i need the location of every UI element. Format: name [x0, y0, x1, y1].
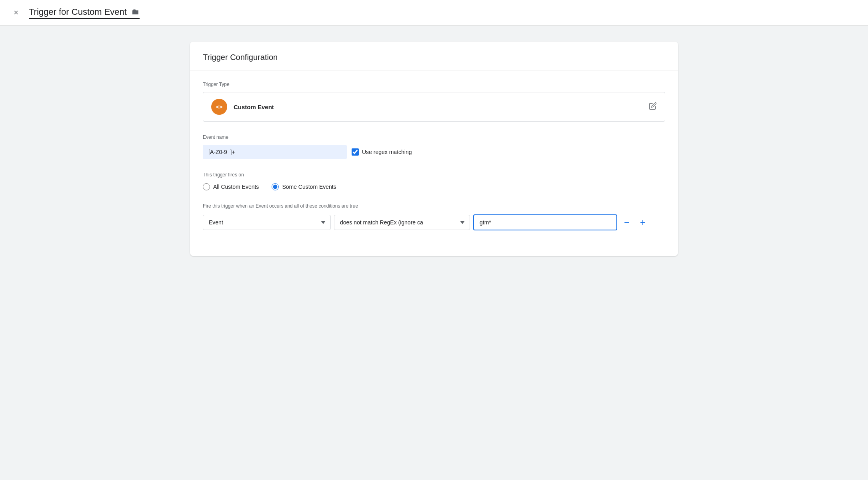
condition-row: Event Page URL Page Path Referrer does n… — [203, 214, 665, 230]
operator-select[interactable]: does not match RegEx (ignore ca matches … — [334, 215, 470, 230]
event-name-section: Event name Use regex matching — [203, 134, 665, 159]
all-events-radio-label[interactable]: All Custom Events — [203, 183, 259, 190]
card-title: Trigger Configuration — [203, 53, 665, 62]
page-title-text: Trigger for Custom Event — [29, 7, 127, 17]
regex-checkbox-text: Use regex matching — [362, 149, 412, 155]
event-name-input[interactable] — [203, 145, 347, 159]
trigger-type-label: Trigger Type — [203, 82, 665, 87]
page-title: Trigger for Custom Event 🖿 — [29, 7, 140, 19]
condition-value-input[interactable] — [473, 214, 617, 230]
trigger-type-name: Custom Event — [234, 104, 274, 110]
fires-on-label: This trigger fires on — [203, 172, 665, 178]
config-card: Trigger Configuration Trigger Type <> Cu… — [190, 42, 678, 256]
card-header: Trigger Configuration — [190, 42, 678, 70]
some-events-radio-label[interactable]: Some Custom Events — [272, 183, 336, 190]
trigger-type-icon: <> — [211, 99, 227, 115]
radio-group: All Custom Events Some Custom Events — [203, 183, 665, 190]
all-events-radio[interactable] — [203, 183, 210, 190]
conditions-label: Fire this trigger when an Event occurs a… — [203, 203, 665, 209]
card-body: Trigger Type <> Custom Event — [190, 70, 678, 256]
event-name-label: Event name — [203, 134, 665, 140]
close-button[interactable]: × — [10, 6, 22, 19]
conditions-section: Fire this trigger when an Event occurs a… — [203, 203, 665, 230]
some-events-radio[interactable] — [272, 183, 279, 190]
edit-icon[interactable] — [649, 102, 657, 112]
event-name-row: Use regex matching — [203, 145, 665, 159]
fires-on-section: This trigger fires on All Custom Events … — [203, 172, 665, 190]
trigger-type-left: <> Custom Event — [211, 99, 274, 115]
variable-select[interactable]: Event Page URL Page Path Referrer — [203, 215, 331, 230]
remove-condition-button[interactable]: − — [620, 216, 633, 229]
trigger-type-box: <> Custom Event — [203, 92, 665, 122]
regex-checkbox-label[interactable]: Use regex matching — [352, 148, 412, 156]
all-events-label: All Custom Events — [213, 184, 259, 190]
code-icon: <> — [216, 104, 223, 110]
add-condition-button[interactable]: + — [636, 216, 649, 229]
trigger-type-section: Trigger Type <> Custom Event — [203, 82, 665, 122]
regex-checkbox[interactable] — [352, 148, 359, 156]
folder-icon: 🖿 — [132, 7, 140, 16]
some-events-label: Some Custom Events — [282, 184, 336, 190]
